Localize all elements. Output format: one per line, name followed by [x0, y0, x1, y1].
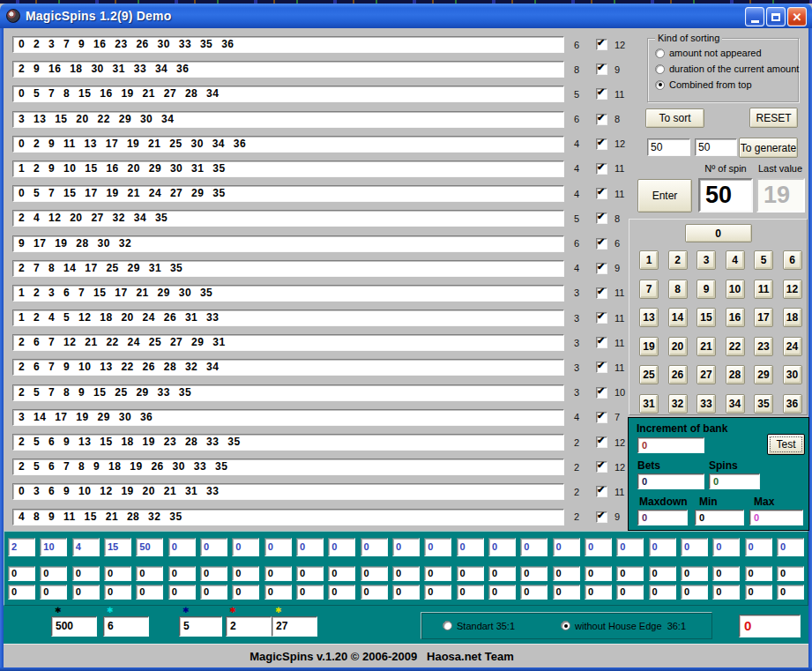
result-field[interactable]: 0 [739, 615, 801, 637]
number-button[interactable]: 26 [668, 365, 688, 384]
number-button[interactable]: 25 [639, 365, 659, 384]
bet-cell[interactable]: 0 [777, 566, 804, 581]
row-checkbox[interactable]: ✔ [596, 387, 607, 399]
parameter-input[interactable]: 500 [51, 616, 97, 637]
bet-cell[interactable]: 0 [649, 566, 676, 581]
bet-cell[interactable]: 0 [361, 538, 388, 556]
maximize-button[interactable] [766, 7, 786, 26]
bet-cell[interactable]: 0 [585, 585, 612, 600]
bet-cell[interactable]: 0 [264, 538, 292, 556]
number-button[interactable]: 33 [697, 394, 716, 414]
bet-cell[interactable]: 10 [40, 538, 67, 556]
radio-icon[interactable] [561, 621, 570, 630]
bet-cell[interactable]: 0 [457, 538, 484, 556]
number-button[interactable]: 22 [726, 337, 745, 356]
number-button[interactable]: 15 [697, 308, 716, 327]
bet-cell[interactable]: 0 [328, 585, 355, 600]
sequence-field[interactable]: 2 6 7 9 10 13 22 26 28 32 34 [12, 359, 564, 376]
bet-cell[interactable]: 0 [296, 566, 324, 581]
number-button[interactable]: 5 [754, 250, 773, 270]
sequence-field[interactable]: 3 14 17 19 29 30 36 [12, 409, 564, 426]
bet-cell[interactable]: 0 [616, 566, 644, 581]
bet-cell[interactable]: 0 [328, 566, 355, 581]
row-checkbox[interactable]: ✔ [596, 362, 607, 373]
row-checkbox[interactable]: ✔ [596, 486, 607, 497]
number-button[interactable]: 19 [639, 337, 659, 356]
sequence-field[interactable]: 4 8 9 11 15 21 28 32 35 [12, 509, 564, 526]
reset-button[interactable]: RESET [749, 108, 798, 128]
row-checkbox[interactable]: ✔ [596, 511, 607, 523]
bet-cell[interactable]: 0 [361, 585, 388, 600]
bet-cell[interactable]: 0 [488, 538, 516, 556]
row-checkbox[interactable]: ✔ [596, 88, 607, 100]
bet-cell[interactable]: 0 [424, 585, 451, 600]
bet-cell[interactable]: 0 [777, 538, 804, 556]
number-button[interactable]: 30 [783, 365, 802, 384]
number-button[interactable]: 12 [783, 280, 802, 299]
number-button[interactable]: 28 [726, 365, 745, 384]
close-button[interactable]: ✕ [787, 7, 807, 26]
bet-cell[interactable]: 0 [457, 585, 484, 600]
bet-cell[interactable]: 0 [168, 566, 196, 581]
radio-icon[interactable] [655, 80, 665, 90]
number-button[interactable]: 32 [668, 394, 688, 414]
bet-cell[interactable]: 0 [585, 538, 612, 556]
bet-cell[interactable]: 0 [232, 566, 259, 581]
bet-cell[interactable]: 0 [712, 585, 740, 600]
sequence-field[interactable]: 2 5 6 9 13 15 18 19 23 28 33 35 [12, 434, 564, 451]
to-sort-button[interactable]: To sort [645, 108, 704, 128]
sequence-field[interactable]: 1 2 4 5 12 18 20 24 26 31 33 [12, 309, 564, 326]
bet-cell[interactable]: 0 [681, 585, 708, 600]
number-button[interactable]: 10 [726, 280, 745, 299]
bet-cell[interactable]: 0 [616, 538, 644, 556]
radio-icon[interactable] [655, 64, 665, 74]
to-generate-button[interactable]: To generate [739, 138, 798, 158]
row-checkbox[interactable]: ✔ [596, 188, 607, 199]
bets-value-field[interactable]: 0 [637, 473, 704, 489]
bet-cell[interactable]: 0 [424, 566, 451, 581]
bet-cell[interactable]: 2 [8, 538, 35, 556]
sequence-field[interactable]: 1 2 3 6 7 15 17 21 29 30 35 [12, 285, 564, 302]
radio-icon[interactable] [443, 621, 452, 630]
bet-cell[interactable]: 0 [649, 538, 676, 556]
spins-value-field[interactable]: 0 [709, 473, 760, 489]
bet-cell[interactable]: 0 [8, 566, 35, 581]
bet-cell[interactable]: 0 [392, 585, 420, 600]
row-checkbox[interactable]: ✔ [596, 337, 607, 348]
bet-cell[interactable]: 0 [72, 585, 100, 600]
bet-cell[interactable]: 50 [136, 538, 163, 556]
min-value-field[interactable]: 0 [695, 510, 744, 526]
payout-option-standart[interactable]: Standart 35:1 [443, 621, 515, 631]
bet-cell[interactable]: 0 [168, 585, 196, 600]
radio-icon[interactable] [655, 48, 665, 58]
number-button[interactable]: 9 [697, 280, 716, 299]
bet-cell[interactable]: 0 [553, 585, 580, 600]
row-checkbox[interactable]: ✔ [596, 163, 607, 175]
sequence-field[interactable]: 0 3 6 9 10 12 19 20 21 31 33 [12, 483, 564, 500]
bet-cell[interactable]: 0 [104, 585, 131, 600]
bet-cell[interactable]: 0 [200, 585, 227, 600]
bet-cell[interactable]: 0 [296, 538, 324, 556]
bet-cell[interactable]: 0 [681, 538, 708, 556]
number-button[interactable]: 6 [783, 250, 802, 270]
sequence-field[interactable]: 9 17 19 28 30 32 [12, 235, 564, 252]
row-checkbox[interactable]: ✔ [596, 138, 607, 150]
bet-cell[interactable]: 0 [553, 538, 580, 556]
bet-cell[interactable]: 0 [553, 566, 580, 581]
bet-cell[interactable]: 0 [264, 566, 292, 581]
bet-cell[interactable]: 0 [520, 566, 548, 581]
bet-cell[interactable]: 0 [264, 585, 292, 600]
number-button[interactable]: 3 [697, 250, 716, 270]
number-button[interactable]: 34 [726, 394, 745, 414]
bet-cell[interactable]: 0 [712, 566, 740, 581]
enter-button[interactable]: Enter [637, 179, 692, 212]
sequence-field[interactable]: 2 9 16 18 30 31 33 34 36 [12, 61, 564, 78]
bet-cell[interactable]: 0 [232, 538, 259, 556]
row-checkbox[interactable]: ✔ [596, 114, 607, 125]
row-checkbox[interactable]: ✔ [596, 312, 607, 324]
parameter-input[interactable]: 2 [226, 616, 272, 637]
number-button[interactable]: 16 [726, 308, 745, 327]
number-button[interactable]: 23 [754, 337, 773, 356]
sequence-field[interactable]: 2 4 12 20 27 32 34 35 [12, 210, 564, 227]
number-button[interactable]: 13 [639, 308, 659, 327]
